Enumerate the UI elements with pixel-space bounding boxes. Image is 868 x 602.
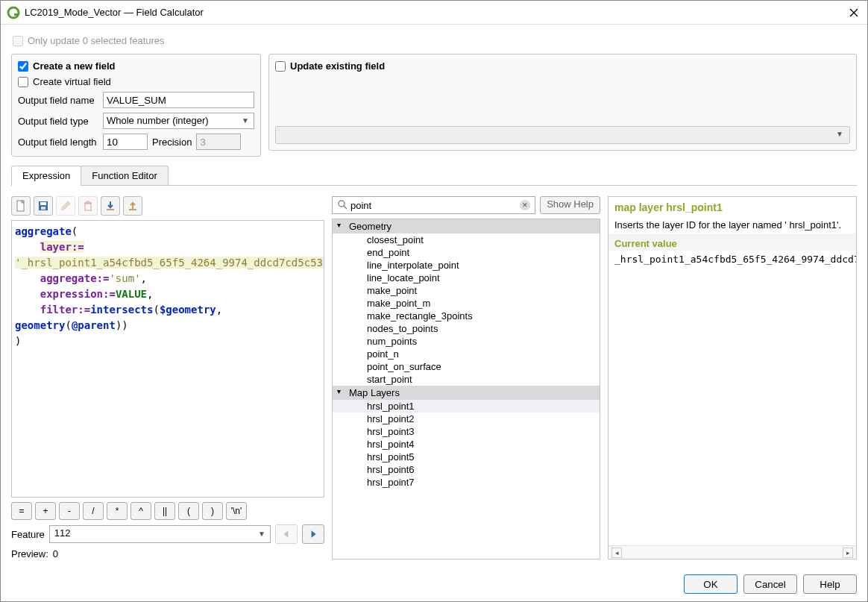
- expression-editor[interactable]: aggregate( layer:= '_hrsl_point1_a54cfbd…: [11, 220, 324, 498]
- operator-button[interactable]: /: [83, 502, 104, 520]
- tree-item[interactable]: hrsl_point3: [333, 425, 600, 438]
- scroll-left-icon[interactable]: ◂: [611, 548, 622, 558]
- function-tree[interactable]: Geometryclosest_pointend_pointline_inter…: [332, 219, 600, 559]
- cancel-button[interactable]: Cancel: [743, 574, 797, 594]
- svg-rect-1: [14, 13, 19, 16]
- save-icon[interactable]: [34, 196, 53, 216]
- svg-rect-4: [40, 202, 46, 205]
- virtual-field-checkbox[interactable]: [18, 77, 28, 87]
- next-feature-button[interactable]: [302, 524, 324, 544]
- preview-label: Preview:: [11, 548, 48, 559]
- tree-item[interactable]: num_points: [333, 335, 600, 348]
- only-update-checkbox: [13, 36, 23, 46]
- tree-item[interactable]: point_on_surface: [333, 360, 600, 373]
- output-type-label: Output field type: [18, 116, 98, 127]
- svg-rect-8: [129, 209, 136, 210]
- output-length-label: Output field length: [18, 137, 98, 148]
- virtual-field-label: Create virtual field: [33, 76, 111, 87]
- output-name-input[interactable]: [103, 92, 254, 108]
- output-length-input[interactable]: [103, 134, 148, 150]
- show-help-button[interactable]: Show Help: [540, 196, 600, 214]
- export-icon[interactable]: [123, 196, 142, 216]
- search-box[interactable]: ✕: [332, 196, 535, 214]
- tree-item[interactable]: nodes_to_points: [333, 322, 600, 335]
- tab-function-editor[interactable]: Function Editor: [81, 166, 168, 185]
- tree-item[interactable]: point_n: [333, 348, 600, 360]
- tree-group[interactable]: Map Layers: [333, 386, 600, 400]
- update-field-select[interactable]: ▼: [275, 126, 850, 144]
- help-title: map layer hrsl_point1: [608, 197, 856, 216]
- help-panel: map layer hrsl_point1 Inserts the layer …: [608, 196, 857, 559]
- new-file-icon[interactable]: [11, 196, 31, 216]
- operator-button[interactable]: ): [202, 502, 223, 520]
- tree-item[interactable]: hrsl_point7: [333, 476, 600, 489]
- tree-item[interactable]: hrsl_point5: [333, 451, 600, 463]
- svg-rect-5: [41, 207, 45, 210]
- help-subtitle: Current value: [608, 233, 856, 251]
- delete-icon[interactable]: [78, 196, 98, 216]
- tree-item[interactable]: start_point: [333, 373, 600, 386]
- tree-item[interactable]: closest_point: [333, 233, 600, 246]
- tree-item[interactable]: line_locate_point: [333, 272, 600, 284]
- create-field-panel: Create a new field Create virtual field …: [11, 54, 261, 157]
- operator-button[interactable]: *: [107, 502, 128, 520]
- operator-button[interactable]: ^: [130, 502, 151, 520]
- operator-button[interactable]: ||: [154, 502, 175, 520]
- output-type-select[interactable]: Whole number (integer)▼: [103, 113, 254, 129]
- ok-button[interactable]: OK: [684, 574, 738, 594]
- feature-label: Feature: [11, 529, 45, 540]
- tree-item[interactable]: make_point_m: [333, 297, 600, 310]
- help-description: Inserts the layer ID for the layer named…: [608, 216, 856, 233]
- svg-rect-7: [107, 209, 114, 210]
- chevron-down-icon: ▼: [258, 530, 265, 538]
- create-field-label: Create a new field: [33, 60, 116, 72]
- tree-item[interactable]: hrsl_point4: [333, 438, 600, 451]
- chevron-down-icon: ▼: [836, 130, 843, 138]
- prev-feature-button[interactable]: [275, 524, 298, 544]
- operator-button[interactable]: +: [35, 502, 56, 520]
- create-field-checkbox[interactable]: [18, 61, 28, 72]
- svg-point-0: [8, 7, 19, 18]
- clear-search-icon[interactable]: ✕: [520, 200, 530, 210]
- update-field-panel: Update existing field ▼: [268, 54, 857, 151]
- update-field-checkbox[interactable]: [275, 61, 286, 72]
- edit-icon[interactable]: [56, 196, 75, 216]
- tree-item[interactable]: hrsl_point6: [333, 463, 600, 476]
- precision-label: Precision: [152, 137, 192, 148]
- precision-input: [196, 134, 241, 150]
- svg-point-9: [339, 201, 345, 207]
- svg-rect-6: [85, 204, 91, 210]
- preview-value: 0: [53, 548, 58, 559]
- import-icon[interactable]: [101, 196, 120, 216]
- chevron-down-icon: ▼: [242, 116, 249, 125]
- update-field-label: Update existing field: [290, 60, 385, 72]
- tree-item[interactable]: end_point: [333, 246, 600, 259]
- operator-button[interactable]: =: [11, 502, 32, 520]
- operator-button[interactable]: '\n': [226, 502, 247, 520]
- scroll-right-icon[interactable]: ▸: [843, 548, 853, 558]
- search-icon: [337, 199, 347, 212]
- only-update-label: Only update 0 selected features: [28, 35, 165, 46]
- tab-expression[interactable]: Expression: [11, 166, 81, 185]
- output-name-label: Output field name: [18, 95, 98, 106]
- window-title: LC2019_Mode_Vector — Field Calculator: [25, 7, 846, 18]
- feature-combo[interactable]: 112▼: [49, 525, 271, 543]
- tree-item[interactable]: make_point: [333, 284, 600, 297]
- tree-item[interactable]: hrsl_point1: [333, 400, 600, 413]
- operator-button[interactable]: -: [59, 502, 80, 520]
- tree-item[interactable]: hrsl_point2: [333, 413, 600, 425]
- qgis-icon: [7, 6, 20, 19]
- operator-button[interactable]: (: [178, 502, 199, 520]
- only-update-row: Only update 0 selected features: [11, 32, 857, 48]
- close-icon[interactable]: [846, 5, 861, 20]
- svg-line-10: [344, 206, 347, 209]
- tree-item[interactable]: line_interpolate_point: [333, 259, 600, 272]
- tree-item[interactable]: make_rectangle_3points: [333, 310, 600, 322]
- help-code: _hrsl_point1_a54cfbd5_65f5_4264_9974_ddc…: [608, 251, 856, 268]
- tree-group[interactable]: Geometry: [333, 219, 600, 233]
- help-button[interactable]: Help: [803, 574, 857, 594]
- search-input[interactable]: [350, 200, 520, 211]
